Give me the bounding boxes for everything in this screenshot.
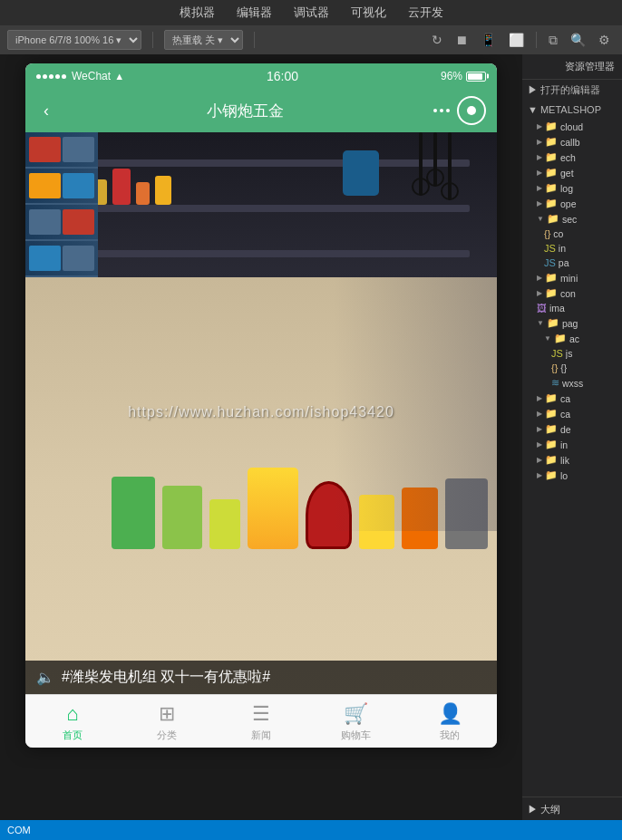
folder-arrow-ech: ▶ bbox=[537, 153, 542, 161]
phone-frame: WeChat ▲ 16:00 96% ‹ 小钢炮五金 bbox=[25, 63, 497, 748]
volume-icon: 🔈 bbox=[36, 669, 54, 686]
signal-dots bbox=[36, 74, 66, 79]
folder-label-ech: ech bbox=[560, 152, 576, 163]
settings-button[interactable]: ⚙ bbox=[594, 30, 615, 50]
tree-item-con[interactable]: ▶ 📁 con bbox=[522, 285, 622, 301]
tree-item-pag[interactable]: ▼ 📁 pag bbox=[522, 315, 622, 331]
shelf-beam-top bbox=[53, 159, 470, 167]
tree-item-ope[interactable]: ▶ 📁 ope bbox=[522, 196, 622, 211]
toolbar-divider-2 bbox=[254, 32, 255, 48]
folder-label-sec: sec bbox=[562, 214, 577, 225]
signal-dot-1 bbox=[36, 74, 41, 79]
wifi-icon: ▲ bbox=[114, 71, 124, 82]
search-button[interactable]: 🔍 bbox=[566, 30, 590, 50]
nav-cart[interactable]: 🛒 购物车 bbox=[308, 700, 403, 744]
open-editors-section[interactable]: ▶ 打开的编辑器 bbox=[522, 80, 622, 101]
tree-item-ac-json[interactable]: {} {} bbox=[522, 361, 622, 375]
folder-arrow-con: ▶ bbox=[537, 289, 542, 297]
folder-icon-de: 📁 bbox=[545, 423, 558, 435]
folder-icon-callb: 📁 bbox=[545, 136, 558, 148]
tree-item-log[interactable]: ▶ 📁 log bbox=[522, 180, 622, 196]
nav-news[interactable]: ☰ 新闻 bbox=[214, 700, 308, 744]
outline-section[interactable]: ▶ 大纲 bbox=[522, 799, 622, 820]
right-panel: 资源管理器 ▶ 打开的编辑器 ▼ METALSHOP ▶ 📁 cloud ▶ 📁… bbox=[522, 54, 622, 820]
phone-content: https://www.huzhan.com/ishop43420 🔈 #潍柴发… bbox=[25, 132, 497, 748]
outline-arrow: ▶ bbox=[528, 804, 540, 815]
tree-item-cloud[interactable]: ▶ 📁 cloud bbox=[522, 119, 622, 134]
copy-button[interactable]: ⧉ bbox=[544, 30, 562, 51]
file-label-ac-js: js bbox=[566, 348, 573, 359]
tree-item-in[interactable]: ▶ 📁 in bbox=[522, 437, 622, 452]
tree-item-ac[interactable]: ▼ 📁 ac bbox=[522, 331, 622, 346]
json-icon-ac: {} bbox=[551, 362, 558, 373]
folder-arrow-cloud: ▶ bbox=[537, 122, 542, 130]
wechat-header: ‹ 小钢炮五金 bbox=[25, 89, 497, 132]
folder-icon-ac: 📁 bbox=[554, 333, 567, 344]
status-right: 96% bbox=[441, 70, 486, 82]
wechat-label: WeChat bbox=[72, 70, 111, 82]
folder-arrow-lo: ▶ bbox=[537, 471, 542, 479]
tree-item-callb[interactable]: ▶ 📁 callb bbox=[522, 134, 622, 150]
simulator-area: WeChat ▲ 16:00 96% ‹ 小钢炮五金 bbox=[0, 54, 522, 820]
phone-button[interactable]: 📱 bbox=[476, 30, 501, 50]
folder-icon-lo: 📁 bbox=[545, 469, 558, 481]
folder-label-callb: callb bbox=[560, 137, 580, 148]
folder-arrow-ca1: ▶ bbox=[537, 394, 542, 402]
tree-item-ca2[interactable]: ▶ 📁 ca bbox=[522, 406, 622, 421]
refresh-button[interactable]: ↻ bbox=[427, 30, 447, 50]
tree-item-get[interactable]: ▶ 📁 get bbox=[522, 165, 622, 180]
folder-label-lo: lo bbox=[560, 470, 568, 481]
profile-icon: 👤 bbox=[438, 702, 462, 726]
folder-arrow-mini: ▶ bbox=[537, 274, 542, 282]
menu-item-模拟器[interactable]: 模拟器 bbox=[180, 5, 215, 21]
more-button[interactable] bbox=[433, 109, 450, 112]
tree-item-de[interactable]: ▶ 📁 de bbox=[522, 421, 622, 437]
metalshop-label: METALSHOP bbox=[540, 104, 601, 115]
folder-arrow-in: ▶ bbox=[537, 440, 542, 449]
tree-item-ima[interactable]: 🖼 ima bbox=[522, 301, 622, 315]
store-image: https://www.huzhan.com/ishop43420 🔈 #潍柴发… bbox=[25, 132, 497, 694]
tree-item-mini[interactable]: ▶ 📁 mini bbox=[522, 270, 622, 285]
expand-button[interactable]: ⬜ bbox=[504, 30, 529, 50]
js2-icon-pa: JS bbox=[544, 257, 556, 268]
record-button[interactable] bbox=[457, 96, 486, 125]
file-label-co: co bbox=[553, 228, 563, 239]
tree-item-ech[interactable]: ▶ 📁 ech bbox=[522, 150, 622, 165]
folder-label-get: get bbox=[560, 168, 574, 179]
folder-icon-get: 📁 bbox=[545, 167, 558, 179]
folder-icon-in: 📁 bbox=[545, 439, 558, 450]
folder-arrow-de: ▶ bbox=[537, 425, 542, 433]
menu-item-调试器[interactable]: 调试器 bbox=[294, 5, 329, 21]
nav-profile[interactable]: 👤 我的 bbox=[403, 700, 497, 744]
tree-item-ac-js[interactable]: JS js bbox=[522, 346, 622, 361]
folder-icon-lik: 📁 bbox=[545, 454, 558, 466]
tree-item-sec[interactable]: ▼ 📁 sec bbox=[522, 211, 622, 227]
main-area: WeChat ▲ 16:00 96% ‹ 小钢炮五金 bbox=[0, 54, 622, 820]
tree-item-json-co[interactable]: {} co bbox=[522, 227, 622, 241]
tree-item-js-in[interactable]: JS in bbox=[522, 241, 622, 256]
file-label-ac-wxss: wxss bbox=[562, 378, 583, 389]
folder-icon-sec: 📁 bbox=[547, 213, 559, 225]
folder-label-mini: mini bbox=[560, 273, 578, 284]
tree-item-lo[interactable]: ▶ 📁 lo bbox=[522, 468, 622, 483]
folder-icon-ca2: 📁 bbox=[545, 408, 558, 420]
nav-category[interactable]: ⊞ 分类 bbox=[120, 700, 214, 744]
folder-arrow-sec: ▼ bbox=[537, 215, 544, 223]
menu-item-可视化[interactable]: 可视化 bbox=[351, 5, 386, 21]
tree-item-js-pa[interactable]: JS pa bbox=[522, 256, 622, 270]
back-button[interactable]: ‹ bbox=[36, 98, 56, 124]
tree-item-ac-wxss[interactable]: ≋ wxss bbox=[522, 375, 622, 391]
caption-area: 🔈 #潍柴发电机组 双十一有优惠啦# bbox=[25, 661, 497, 694]
menu-item-编辑器[interactable]: 编辑器 bbox=[237, 5, 272, 21]
shelf-beam-bot bbox=[53, 250, 470, 257]
nav-home[interactable]: ⌂ 首页 bbox=[25, 700, 120, 744]
tree-item-ca1[interactable]: ▶ 📁 ca bbox=[522, 391, 622, 406]
menu-item-云开发[interactable]: 云开发 bbox=[408, 5, 443, 21]
hot-reload-selector[interactable]: 热重载 关 ▾ bbox=[164, 30, 243, 50]
back-icon: ‹ bbox=[44, 101, 49, 121]
device-selector[interactable]: iPhone 6/7/8 100% 16 ▾ bbox=[7, 30, 141, 50]
file-tree: ▶ 📁 cloud ▶ 📁 callb ▶ 📁 ech ▶ 📁 get ▶ bbox=[522, 119, 622, 795]
metalshop-section[interactable]: ▼ METALSHOP bbox=[522, 101, 622, 119]
tree-item-lik[interactable]: ▶ 📁 lik bbox=[522, 452, 622, 468]
stop-button[interactable]: ⏹ bbox=[451, 30, 472, 50]
